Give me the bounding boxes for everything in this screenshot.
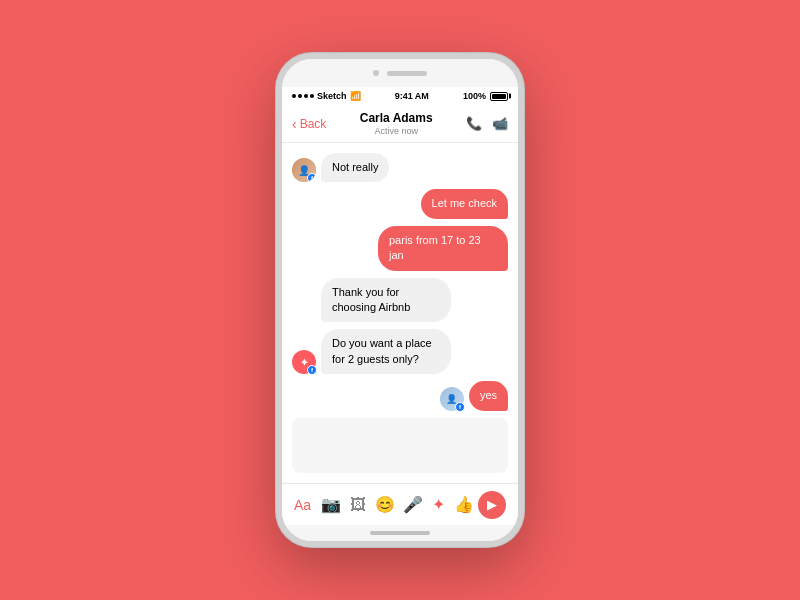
message-text: Not really [332,161,378,173]
aa-button[interactable]: Aa [294,497,311,513]
back-arrow-icon: ‹ [292,117,297,131]
message-bubble: Not really [321,153,389,182]
phone-top-bar [282,59,518,87]
contact-status: Active now [326,126,466,136]
video-call-icon[interactable]: 📹 [492,116,508,131]
emoji-icon[interactable]: 😊 [375,495,395,514]
message-row: yes 👤 f [292,381,508,410]
message-text: yes [480,389,497,401]
phone-frame: Sketch 📶 9:41 AM 100% ‹ Back Carla Adams… [276,53,524,547]
send-icon: ▶ [487,497,497,512]
nav-center: Carla Adams Active now [326,111,466,135]
phone-speaker [387,71,427,76]
status-left: Sketch 📶 [292,91,361,101]
status-right: 100% [463,91,508,101]
mic-icon[interactable]: 🎤 [403,495,423,514]
thumbs-up-icon[interactable]: 👍 [454,495,474,514]
message-bubble: yes [469,381,508,410]
message-row: ✦ f Do you want a place for 2 guests onl… [292,329,508,374]
nav-actions: 📞 📹 [466,116,508,131]
messages-area: 👤 f Not really Let me check paris from 1… [282,143,518,483]
phone-camera [373,70,379,76]
message-text: Thank you for choosing Airbnb [332,286,410,313]
wifi-icon: 📶 [350,91,361,101]
home-bar [370,531,430,535]
message-text: paris from 17 to 23 jan [389,234,481,261]
message-bubble: paris from 17 to 23 jan [378,226,508,271]
airbnb-avatar: ✦ f [292,350,316,374]
battery-label: 100% [463,91,486,101]
input-placeholder-area [292,418,508,473]
back-button[interactable]: ‹ Back [292,117,326,131]
signal-dots [292,94,314,98]
message-row: Let me check [292,189,508,218]
airbnb-icon[interactable]: ✦ [432,495,445,514]
messenger-badge: f [307,173,316,182]
phone-call-icon[interactable]: 📞 [466,116,482,131]
time-label: 9:41 AM [395,91,429,101]
messenger-badge: f [455,402,465,412]
messenger-badge: f [307,365,317,375]
message-bubble: Do you want a place for 2 guests only? [321,329,451,374]
back-label: Back [300,117,327,131]
nav-bar: ‹ Back Carla Adams Active now 📞 📹 [282,105,518,143]
message-row: 👤 f Not really [292,153,508,182]
contact-name: Carla Adams [326,111,466,125]
message-row: Thank you for choosing Airbnb [292,278,508,323]
message-text: Let me check [432,197,497,209]
send-button[interactable]: ▶ [478,491,506,519]
screen: Sketch 📶 9:41 AM 100% ‹ Back Carla Adams… [282,87,518,525]
carrier-label: Sketch [317,91,347,101]
toolbar-icons: 📷 🖼 😊 🎤 ✦ 👍 [317,495,478,514]
message-row: paris from 17 to 23 jan [292,226,508,271]
message-bubble: Thank you for choosing Airbnb [321,278,451,323]
message-bubble: Let me check [421,189,508,218]
home-indicator [282,525,518,541]
battery-icon [490,92,508,101]
camera-icon[interactable]: 📷 [321,495,341,514]
avatar: 👤 f [292,158,316,182]
gallery-icon[interactable]: 🖼 [350,496,366,514]
user-avatar: 👤 f [440,387,464,411]
message-text: Do you want a place for 2 guests only? [332,337,432,364]
toolbar: Aa 📷 🖼 😊 🎤 ✦ 👍 ▶ [282,483,518,525]
status-bar: Sketch 📶 9:41 AM 100% [282,87,518,105]
